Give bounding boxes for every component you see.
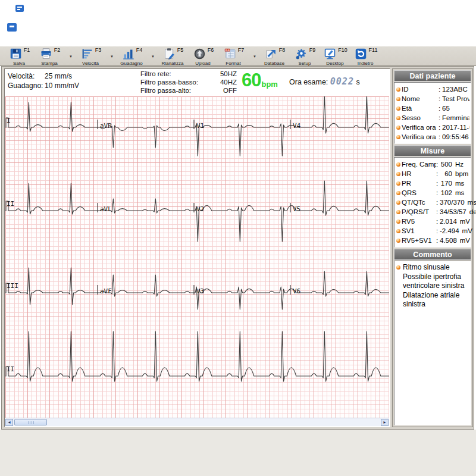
patient-field-label: Età <box>402 104 439 113</box>
measure-label: SV1 <box>402 226 436 236</box>
patient-section-title: Dati paziente <box>409 72 455 80</box>
main-area: Velocità:25 mm/s Guadagno:10 mm/mV Filtr… <box>1 66 474 430</box>
lead-label: aVR <box>100 122 112 130</box>
comment-section-header: Commento <box>394 249 471 260</box>
filter-value: 40HZ <box>220 78 237 86</box>
measure-row: Freq. Camp.:500Hz <box>396 159 469 169</box>
bullet-icon <box>396 220 400 224</box>
filter-label: Filtro passa-basso: <box>140 78 198 86</box>
toolbar-button-rianalizza[interactable]: F5Rianalizza <box>159 46 186 66</box>
comment-section-title: Commento <box>413 250 452 259</box>
ecg-traces: IaVRV1V4IIaVLV2V5IIIaVFV3V6II <box>5 96 389 419</box>
toolbar-button-label: Rianalizza <box>162 61 184 66</box>
toolbar-button-database[interactable]: F8Database <box>261 46 287 66</box>
scrollbar-grip <box>28 421 34 424</box>
fkey-label: F8 <box>279 48 286 53</box>
filter-row: Filtro passa-alto:OFF <box>140 86 237 95</box>
patient-field-label: Sesso <box>402 113 439 123</box>
toolbar-button-desktop[interactable]: F10Desktop <box>322 46 348 66</box>
toolbar-button-indietro[interactable]: F11Indietro <box>352 46 378 66</box>
patient-row: Nome:Test Prova <box>396 94 469 104</box>
fkey-label: F3 <box>95 48 102 53</box>
corner-mark-icon <box>7 23 17 32</box>
measure-unit: ms <box>468 198 476 207</box>
measure-unit: Hz <box>455 159 469 169</box>
filters-block: Filtro rete:50HZFiltro passa-basso:40HZF… <box>140 70 237 95</box>
dropdown-caret-icon[interactable]: ▼ <box>108 54 116 58</box>
toolbar-button-label: Stampa <box>41 61 58 66</box>
measure-value: 4.508 <box>440 236 457 245</box>
scroll-right-button[interactable]: ▸ <box>381 419 389 426</box>
speed-label: Velocità: <box>8 71 45 81</box>
measure-unit: mV <box>462 226 476 236</box>
toolbar-button-label: Setup <box>299 61 311 66</box>
measure-label: HR <box>402 169 436 178</box>
ecg-header: Velocità:25 mm/s Guadagno:10 mm/mV Filtr… <box>5 69 390 96</box>
toolbar-button-salva[interactable]: F1Salva <box>6 46 32 66</box>
fkey-label: F7 <box>238 48 245 53</box>
comment-box: Ritmo sinusale Possibile ipertrofia vent… <box>394 261 471 425</box>
toolbar-button-setup[interactable]: F9Setup <box>292 46 318 66</box>
heart-rate-display: 60 bpm <box>242 71 278 89</box>
toolbar-button-upload[interactable]: F6Upload <box>190 46 216 66</box>
patient-row: Età:65 <box>396 104 469 113</box>
heart-rate-value: 60 <box>242 71 261 89</box>
bullet-icon <box>396 162 400 167</box>
scroll-left-button[interactable]: ◂ <box>5 419 13 426</box>
measure-label: PR <box>402 178 436 188</box>
bullet-icon <box>396 107 400 111</box>
patient-row: Sesso:Femmina <box>396 113 469 123</box>
horizontal-scrollbar[interactable]: ◂ ▸ <box>5 418 389 426</box>
ecg-grid: IaVRV1V4IIaVLV2V5IIIaVFV3V6II <box>5 96 389 419</box>
toolbar-button-label: Guadagno <box>120 61 142 66</box>
toolbar-button-stampa[interactable]: F2Stampa <box>36 46 62 66</box>
toolbar-button-velocità[interactable]: F3Velocità <box>77 46 104 66</box>
exam-time-label: Ora esame: <box>289 78 328 86</box>
bullet-icon <box>396 201 400 205</box>
measure-unit: mV <box>460 217 474 226</box>
measure-label: QT/QTc <box>402 198 436 207</box>
toolbar-button-format[interactable]: XLSF7Format <box>220 46 246 66</box>
dropdown-caret-icon[interactable]: ▼ <box>67 54 75 58</box>
filter-label: Filtro rete: <box>140 70 171 78</box>
scrollbar-thumb[interactable] <box>14 419 47 425</box>
bullet-icon <box>396 135 400 139</box>
fkey-label: F2 <box>54 48 61 53</box>
lead-label: V6 <box>293 287 300 295</box>
toolbar-button-label: Salva <box>13 61 25 66</box>
patient-row: Verifica ora:2017-11-03 <box>396 123 469 132</box>
bullet-icon <box>396 191 400 195</box>
svg-text:XLS: XLS <box>225 49 230 52</box>
velocita-icon <box>80 48 95 60</box>
filter-label: Filtro passa-alto: <box>140 86 191 95</box>
measures-section-title: Misure <box>421 147 444 155</box>
indietro-icon <box>353 48 368 60</box>
measure-row: RV5+SV1:4.508mV <box>396 236 469 245</box>
bullet-icon <box>396 239 400 243</box>
measure-value: 370/370 <box>440 198 465 207</box>
toolbar-button-label: Velocità <box>82 61 99 66</box>
measure-value: 170 <box>440 178 452 188</box>
toolbar-button-guadagno[interactable]: F4Guadagno <box>118 46 145 66</box>
measure-unit: deg <box>469 207 476 217</box>
lead-label: II <box>7 200 14 208</box>
toolbar-button-label: Indietro <box>358 61 374 66</box>
dropdown-caret-icon[interactable]: ▼ <box>250 54 259 58</box>
measure-label: P/QRS/T <box>402 207 436 217</box>
patient-field-label: Nome <box>402 94 439 104</box>
patient-field-label: Verifica ora <box>402 132 439 142</box>
bullet-icon <box>396 181 400 186</box>
lead-label: III <box>7 282 18 290</box>
upload-icon <box>192 48 207 60</box>
exam-time-display: Ora esame: 0022 s <box>289 76 360 87</box>
scrollbar-track[interactable] <box>13 418 389 426</box>
measure-unit: bpm <box>455 169 469 178</box>
bullet-icon <box>396 172 400 176</box>
stampa-icon <box>39 48 54 60</box>
measure-value: 500 <box>440 159 452 169</box>
exam-time-unit: s <box>356 78 359 86</box>
measure-value: 2.014 <box>440 217 457 226</box>
dropdown-caret-icon[interactable]: ▼ <box>149 54 157 58</box>
toolbar-button-label: Database <box>264 61 284 66</box>
fkey-label: F5 <box>177 48 184 53</box>
